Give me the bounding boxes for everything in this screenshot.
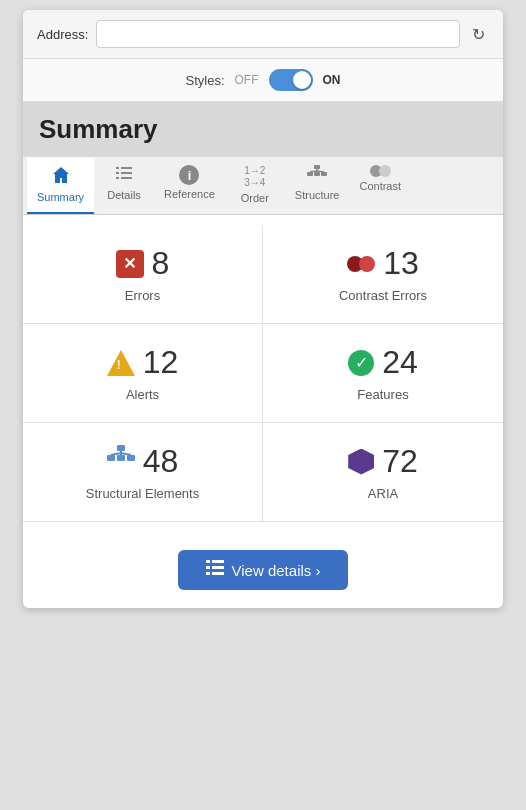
svg-rect-1	[121, 167, 132, 169]
svg-rect-13	[117, 445, 125, 451]
alerts-label: Alerts	[126, 387, 159, 402]
contrast-error-icon	[347, 256, 375, 272]
alerts-count: 12	[143, 344, 179, 381]
tab-reference-label: Reference	[164, 188, 215, 200]
tab-order-label: Order	[241, 192, 269, 204]
tab-order[interactable]: 1→23→4 Order	[225, 157, 285, 214]
svg-line-12	[317, 171, 324, 172]
home-icon	[51, 165, 71, 188]
stat-alerts[interactable]: 12 Alerts	[23, 324, 263, 423]
svg-rect-23	[212, 566, 224, 569]
info-icon: i	[179, 165, 199, 185]
summary-heading: Summary	[23, 102, 503, 157]
tab-reference[interactable]: i Reference	[154, 157, 225, 214]
aria-label: ARIA	[368, 486, 398, 501]
address-input[interactable]	[96, 20, 460, 48]
structural-count: 48	[143, 443, 179, 480]
features-count: 24	[382, 344, 418, 381]
stat-errors[interactable]: ✕ 8 Errors	[23, 225, 263, 324]
aria-count: 72	[382, 443, 418, 480]
svg-line-11	[310, 171, 317, 172]
svg-rect-7	[307, 172, 313, 176]
address-label: Address:	[37, 27, 88, 42]
svg-rect-3	[121, 172, 132, 174]
styles-label: Styles:	[185, 73, 224, 88]
tab-contrast[interactable]: Contrast	[349, 157, 411, 214]
tab-summary-label: Summary	[37, 191, 84, 203]
svg-rect-15	[117, 455, 125, 461]
order-icon: 1→23→4	[244, 165, 265, 189]
svg-line-19	[121, 453, 131, 455]
view-details-section: View details ›	[23, 532, 503, 608]
tab-details[interactable]: Details	[94, 157, 154, 214]
svg-rect-8	[314, 172, 320, 176]
svg-rect-22	[206, 566, 210, 569]
reload-button[interactable]: ↻	[468, 23, 489, 46]
structure-icon	[306, 165, 328, 186]
structural-icon	[107, 445, 135, 479]
styles-toggle[interactable]	[269, 69, 313, 91]
tab-structure[interactable]: Structure	[285, 157, 350, 214]
view-details-icon	[206, 560, 224, 580]
svg-rect-24	[206, 572, 210, 575]
errors-label: Errors	[125, 288, 160, 303]
alert-icon	[107, 349, 135, 377]
tab-summary[interactable]: Summary	[27, 157, 94, 214]
svg-rect-5	[121, 177, 132, 179]
styles-off-label: OFF	[235, 73, 259, 87]
contrast-errors-count: 13	[383, 245, 419, 282]
tab-structure-label: Structure	[295, 189, 340, 201]
svg-rect-0	[116, 167, 119, 169]
svg-rect-25	[212, 572, 224, 575]
styles-on-label: ON	[323, 73, 341, 87]
aria-icon	[348, 449, 374, 475]
svg-rect-9	[321, 172, 327, 176]
svg-rect-2	[116, 172, 119, 174]
stat-structural[interactable]: 48 Structural Elements	[23, 423, 263, 522]
svg-line-18	[111, 453, 121, 455]
view-details-label: View details ›	[232, 562, 321, 579]
tab-contrast-label: Contrast	[359, 180, 401, 192]
tabs-bar: Summary Details i Reference 1→23→4	[23, 157, 503, 215]
features-label: Features	[357, 387, 408, 402]
svg-rect-14	[107, 455, 115, 461]
contrast-icon	[370, 165, 391, 177]
stat-contrast-errors[interactable]: 13 Contrast Errors	[263, 225, 503, 324]
list-icon	[114, 165, 134, 186]
address-bar: Address: ↻	[23, 10, 503, 59]
features-icon: ✓	[348, 350, 374, 376]
svg-rect-4	[116, 177, 119, 179]
stat-features[interactable]: ✓ 24 Features	[263, 324, 503, 423]
contrast-errors-label: Contrast Errors	[339, 288, 427, 303]
stats-grid: ✕ 8 Errors 13 Contrast Errors	[23, 215, 503, 532]
svg-rect-21	[212, 560, 224, 563]
error-icon: ✕	[116, 250, 144, 278]
svg-rect-16	[127, 455, 135, 461]
styles-bar: Styles: OFF ON	[23, 59, 503, 102]
tab-details-label: Details	[107, 189, 141, 201]
svg-rect-20	[206, 560, 210, 563]
svg-rect-6	[314, 165, 320, 169]
main-panel: Address: ↻ Styles: OFF ON Summary Summar…	[23, 10, 503, 608]
errors-count: 8	[152, 245, 170, 282]
structural-label: Structural Elements	[86, 486, 199, 501]
view-details-button[interactable]: View details ›	[178, 550, 349, 590]
stat-aria[interactable]: 72 ARIA	[263, 423, 503, 522]
toggle-thumb	[293, 71, 311, 89]
